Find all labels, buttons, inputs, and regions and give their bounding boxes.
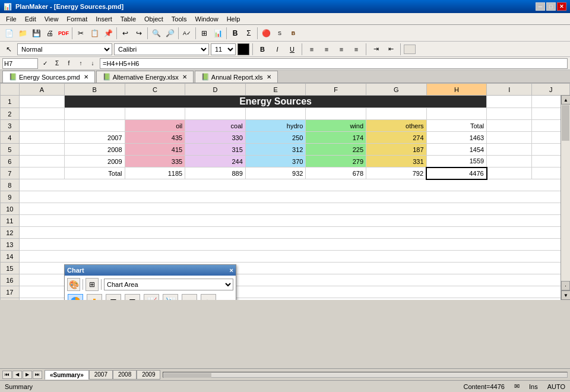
sheet-tab-2007[interactable]: 2007 xyxy=(89,370,113,380)
cell-C7[interactable]: 1185 xyxy=(125,167,185,179)
sheet-tab-2008[interactable]: 2008 xyxy=(113,370,137,380)
cell-G2[interactable] xyxy=(366,108,427,120)
col-header-D[interactable]: D xyxy=(185,84,246,96)
border-color[interactable] xyxy=(404,45,416,54)
chart-type-grid[interactable]: ⊟ xyxy=(125,294,140,300)
save-button[interactable]: 💾 xyxy=(30,27,43,40)
cell-G6[interactable]: 331 xyxy=(366,156,427,167)
cell-C2[interactable] xyxy=(125,108,185,120)
paste-button[interactable]: 📌 xyxy=(102,27,115,40)
cell-D7[interactable]: 889 xyxy=(185,167,246,179)
pointer-tool[interactable]: ↖ xyxy=(2,43,15,56)
cell-H2[interactable] xyxy=(426,108,487,120)
col-header-G[interactable]: G xyxy=(366,84,427,96)
cell-G5[interactable]: 187 xyxy=(366,144,427,156)
grid-area[interactable]: A B C D E F G H I J 1 Energy Sources xyxy=(0,83,570,300)
sheet-nav-prev[interactable]: ◀ xyxy=(12,371,22,379)
col-header-B[interactable]: B xyxy=(64,84,125,96)
sort-asc-icon[interactable]: ↑ xyxy=(75,58,86,69)
col-header-F[interactable]: F xyxy=(306,84,366,96)
cell-title[interactable]: Energy Sources xyxy=(64,96,486,108)
cell-C5[interactable]: 415 xyxy=(125,144,185,156)
cell-D6[interactable]: 244 xyxy=(185,156,246,167)
cell-I7[interactable] xyxy=(487,167,532,179)
cell-A6[interactable] xyxy=(19,156,64,167)
zoom-button[interactable]: 🔎 xyxy=(163,27,176,40)
font-color-button[interactable] xyxy=(238,43,249,55)
scroll-track-v[interactable] xyxy=(561,105,570,281)
undo-button[interactable]: ↩ xyxy=(119,27,132,40)
menu-edit[interactable]: Edit xyxy=(21,14,40,24)
scroll-up-button[interactable]: ▲ xyxy=(561,95,570,105)
cell-E3[interactable]: hydro xyxy=(245,120,306,132)
cell-A7[interactable] xyxy=(19,167,64,179)
extra-btn3[interactable]: B xyxy=(287,27,300,40)
menu-insert[interactable]: Insert xyxy=(92,14,116,24)
cell-A2[interactable] xyxy=(19,108,64,120)
align-right-button[interactable]: ≡ xyxy=(335,43,348,55)
sheet-tab-summary[interactable]: «Summary» xyxy=(45,370,89,380)
outdent-button[interactable]: ⇤ xyxy=(384,43,397,55)
cell-G4[interactable]: 274 xyxy=(366,132,427,144)
cell-I4[interactable] xyxy=(487,132,532,144)
cell-F3[interactable]: wind xyxy=(306,120,366,132)
cell-D5[interactable]: 315 xyxy=(185,144,246,156)
menu-format[interactable]: Format xyxy=(63,14,91,24)
cell-I2[interactable] xyxy=(487,108,532,120)
italic-button[interactable]: I xyxy=(271,43,284,55)
check-formula-icon[interactable]: ✓ xyxy=(40,58,50,69)
formula-input[interactable]: =H4+H5+H6 xyxy=(100,58,568,69)
tab-close-energy[interactable]: ✕ xyxy=(84,74,88,80)
cell-G3[interactable]: others xyxy=(366,120,427,132)
scroll-thumb-v[interactable] xyxy=(562,105,569,141)
col-header-C[interactable]: C xyxy=(125,84,185,96)
cell-G7[interactable]: 792 xyxy=(366,167,427,179)
table-button[interactable]: ⊞ xyxy=(198,27,211,40)
chart-type-pie[interactable] xyxy=(68,294,83,300)
close-button[interactable]: ✕ xyxy=(557,2,566,11)
cell-F2[interactable] xyxy=(306,108,366,120)
menu-table[interactable]: Table xyxy=(117,14,140,24)
cell-E7[interactable]: 932 xyxy=(245,167,306,179)
copy-button[interactable]: 📋 xyxy=(88,27,101,40)
tab-annual-report[interactable]: 📗 Annual Report.xls ✕ xyxy=(195,71,278,83)
cell-C4[interactable]: 435 xyxy=(125,132,185,144)
chart-area-dropdown[interactable]: Chart Area xyxy=(104,279,233,290)
minimize-button[interactable]: ─ xyxy=(536,2,545,11)
chart-type-line[interactable]: 📈 xyxy=(144,294,159,300)
chart-type-bar[interactable] xyxy=(87,294,102,300)
sheet-nav-first[interactable]: ⏮ xyxy=(2,371,12,379)
cell-D2[interactable] xyxy=(185,108,246,120)
extra-btn2[interactable]: S xyxy=(273,27,286,40)
cell-C3[interactable]: oil xyxy=(125,120,185,132)
menu-window[interactable]: Window xyxy=(192,14,222,24)
bold-tb[interactable]: B xyxy=(229,27,242,40)
cell-A5[interactable] xyxy=(19,144,64,156)
cell-A1[interactable] xyxy=(19,96,64,108)
cell-F6[interactable]: 279 xyxy=(306,156,366,167)
vertical-scrollbar[interactable]: ▲ · ▼ xyxy=(560,95,570,300)
font-select[interactable]: Calibri xyxy=(114,43,209,55)
horizontal-scrollbar[interactable] xyxy=(163,372,568,378)
cell-E4[interactable]: 250 xyxy=(245,132,306,144)
tab-close-annual[interactable]: ✕ xyxy=(267,74,271,80)
underline-button[interactable]: U xyxy=(286,43,299,55)
style-select[interactable]: Normal xyxy=(17,43,112,55)
bold-button[interactable]: B xyxy=(256,43,269,55)
tab-alternative-energy[interactable]: 📗 Alternative Energy.xlsx ✕ xyxy=(96,71,194,83)
cell-C6[interactable]: 335 xyxy=(125,156,185,167)
cell-F7[interactable]: 678 xyxy=(306,167,366,179)
align-center-button[interactable]: ≡ xyxy=(320,43,333,55)
cell-reference[interactable]: H7 xyxy=(2,58,38,69)
scroll-down-button[interactable]: ▼ xyxy=(561,290,570,300)
cell-H5[interactable]: 1454 xyxy=(426,144,487,156)
chart-layout-icon[interactable]: ⊞ xyxy=(86,278,99,291)
col-header-A[interactable]: A xyxy=(19,84,64,96)
menu-object[interactable]: Object xyxy=(141,14,167,24)
col-header-H[interactable]: H xyxy=(426,84,487,96)
cut-button[interactable]: ✂ xyxy=(74,27,87,40)
align-left-button[interactable]: ≡ xyxy=(305,43,318,55)
cell-I1[interactable] xyxy=(487,96,532,108)
col-header-I[interactable]: I xyxy=(487,84,532,96)
cell-E6[interactable]: 370 xyxy=(245,156,306,167)
